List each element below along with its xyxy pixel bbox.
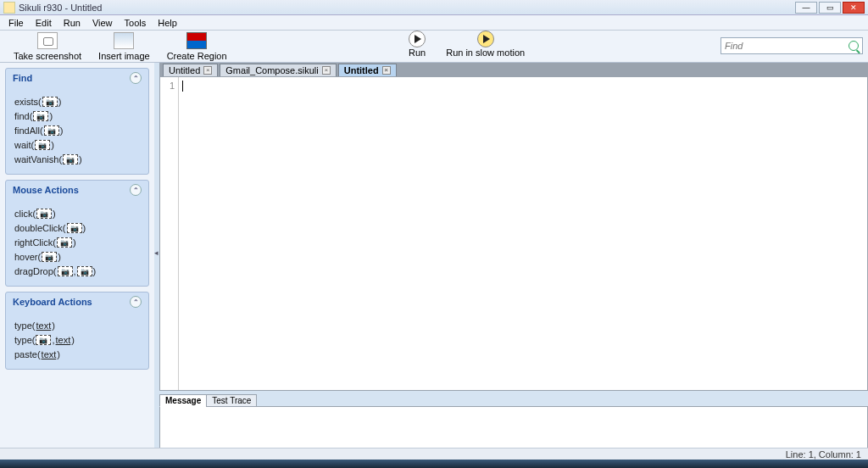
command-item[interactable]: type( , text ): [14, 335, 140, 345]
editor-tab[interactable]: Untitled×: [163, 64, 218, 76]
editor-tabstrip: Untitled×Gmail_Compose.sikuli×Untitled×: [159, 63, 868, 76]
bottom-tab-message[interactable]: Message: [159, 394, 207, 407]
toolbar: Take screenshot Insert image Create Regi…: [0, 31, 868, 63]
camera-token-icon: [33, 111, 48, 121]
camera-token-icon: [63, 154, 78, 164]
close-tab-icon[interactable]: ×: [382, 66, 391, 75]
menu-edit[interactable]: Edit: [31, 17, 57, 29]
image-icon: [114, 32, 134, 49]
command-item[interactable]: wait( ): [14, 140, 140, 150]
cursor-position: Line: 1, Column: 1: [786, 449, 861, 460]
close-tab-icon[interactable]: ×: [203, 66, 212, 75]
collapse-icon[interactable]: ⌃: [130, 184, 142, 196]
maximize-button[interactable]: ▭: [819, 2, 841, 14]
message-pane[interactable]: [159, 406, 868, 450]
menubar: File Edit Run View Tools Help: [0, 15, 868, 31]
panel-header[interactable]: Mouse Actions⌃: [6, 181, 148, 199]
window-titlebar: Sikuli r930 - Untitled — ▭ ✕: [0, 0, 868, 15]
sidebar: Find⌃exists( )find( )findAll( )wait( )wa…: [0, 63, 154, 450]
collapse-icon[interactable]: ⌃: [130, 296, 142, 308]
camera-token-icon: [57, 237, 72, 248]
collapse-icon[interactable]: ⌃: [130, 72, 142, 84]
play-icon: [409, 31, 426, 47]
search-box[interactable]: [721, 37, 863, 54]
panel-header[interactable]: Find⌃: [6, 69, 148, 87]
camera-token-icon: [35, 140, 50, 150]
camera-token-icon: [77, 266, 92, 276]
camera-token-icon: [42, 252, 57, 262]
command-item[interactable]: doubleClick( ): [14, 223, 140, 233]
close-tab-icon[interactable]: ×: [322, 66, 331, 75]
camera-token-icon: [58, 266, 73, 276]
panel-find: Find⌃exists( )find( )findAll( )wait( )wa…: [5, 68, 149, 175]
editor-tab[interactable]: Gmail_Compose.sikuli×: [220, 64, 336, 76]
menu-file[interactable]: File: [3, 17, 29, 29]
command-item[interactable]: waitVanish( ): [14, 154, 140, 164]
take-screenshot-button[interactable]: Take screenshot: [5, 32, 90, 61]
close-button[interactable]: ✕: [843, 2, 865, 14]
line-gutter: 1: [160, 77, 179, 390]
code-area[interactable]: [179, 77, 867, 390]
app-icon: [3, 2, 15, 14]
editor-tab[interactable]: Untitled×: [338, 64, 397, 76]
run-button[interactable]: Run: [398, 31, 436, 58]
play-slow-icon: [477, 31, 494, 47]
statusbar: Line: 1, Column: 1: [0, 448, 868, 460]
create-region-button[interactable]: Create Region: [159, 32, 236, 61]
command-item[interactable]: rightClick( ): [14, 237, 140, 248]
menu-help[interactable]: Help: [153, 17, 182, 29]
camera-icon: [37, 32, 58, 49]
command-item[interactable]: paste( text ): [14, 349, 140, 359]
minimize-button[interactable]: —: [795, 2, 817, 14]
command-item[interactable]: click( ): [14, 209, 140, 219]
command-item[interactable]: findAll( ): [14, 125, 140, 136]
menu-tools[interactable]: Tools: [120, 17, 152, 29]
bottom-tab-test-trace[interactable]: Test Trace: [206, 394, 257, 407]
command-item[interactable]: dragDrop( , ): [14, 266, 140, 276]
search-input[interactable]: [725, 41, 849, 51]
splitter[interactable]: [154, 63, 159, 450]
command-item[interactable]: type( text ): [14, 320, 140, 331]
camera-token-icon: [36, 335, 51, 345]
command-item[interactable]: find( ): [14, 111, 140, 121]
panel-header[interactable]: Keyboard Actions⌃: [6, 292, 148, 311]
bottom-tabstrip: MessageTest Trace: [159, 394, 868, 407]
insert-image-button[interactable]: Insert image: [90, 32, 159, 61]
code-editor[interactable]: 1: [159, 76, 868, 391]
command-item[interactable]: hover( ): [14, 252, 140, 262]
panel-mouse-actions: Mouse Actions⌃click( )doubleClick( )righ…: [5, 180, 149, 287]
command-item[interactable]: exists( ): [14, 97, 140, 107]
run-slow-button[interactable]: Run in slow motion: [436, 31, 535, 58]
search-icon[interactable]: [849, 41, 859, 51]
region-icon: [186, 32, 207, 49]
camera-token-icon: [36, 209, 52, 219]
camera-token-icon: [42, 97, 58, 107]
camera-token-icon: [67, 223, 82, 233]
menu-run[interactable]: Run: [58, 17, 86, 29]
camera-token-icon: [44, 125, 59, 136]
window-title: Sikuli r930 - Untitled: [19, 3, 795, 13]
panel-keyboard-actions: Keyboard Actions⌃type( text )type( , tex…: [5, 292, 149, 370]
menu-view[interactable]: View: [87, 17, 118, 29]
os-taskbar: [0, 460, 868, 468]
